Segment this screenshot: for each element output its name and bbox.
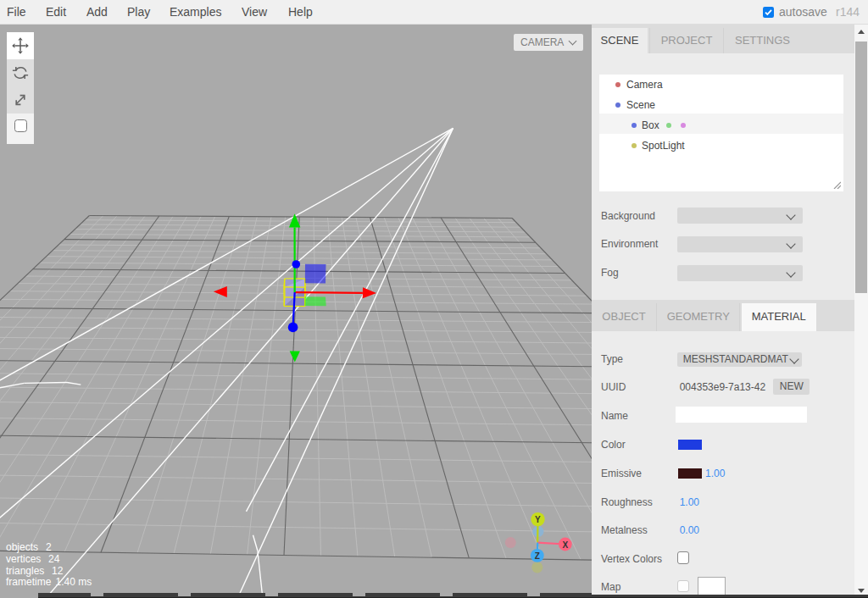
svg-text:frametime: frametime xyxy=(6,576,52,588)
svg-text:24: 24 xyxy=(48,553,60,565)
svg-text:12: 12 xyxy=(52,565,64,577)
svg-text:2: 2 xyxy=(46,541,52,553)
svg-text:Y: Y xyxy=(535,515,541,524)
svg-text:objects: objects xyxy=(6,541,38,553)
svg-text:Z: Z xyxy=(535,551,540,561)
svg-text:vertices: vertices xyxy=(6,553,41,565)
svg-text:1.40 ms: 1.40 ms xyxy=(56,576,92,588)
svg-text:X: X xyxy=(563,540,569,550)
svg-text:triangles: triangles xyxy=(6,565,44,577)
